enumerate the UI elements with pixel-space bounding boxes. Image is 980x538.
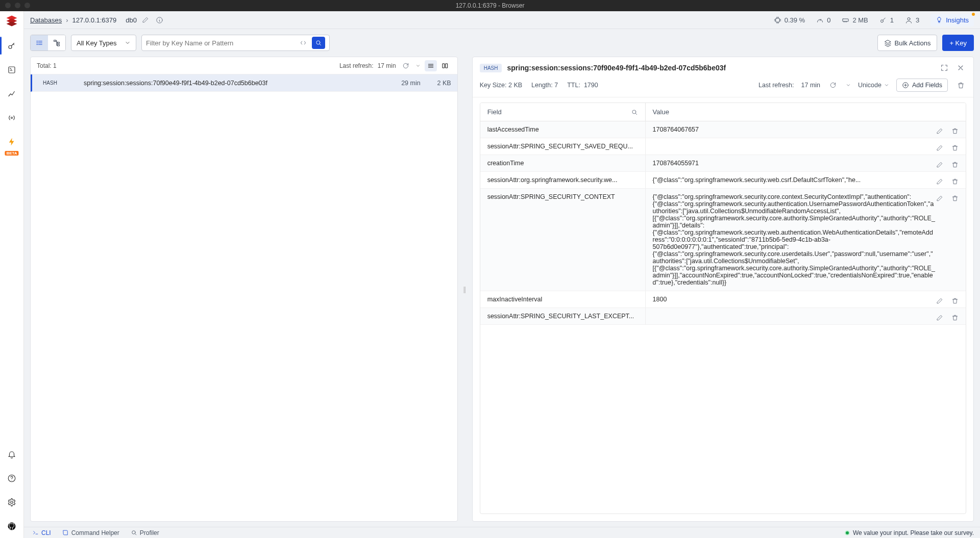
list-view-button[interactable]: [31, 35, 48, 50]
last-refresh-label: Last refresh:: [339, 62, 374, 69]
key-icon: [7, 41, 16, 50]
value-header: Value: [645, 103, 966, 121]
svg-rect-16: [446, 63, 448, 67]
svg-rect-12: [57, 42, 59, 44]
edit-row-button[interactable]: [934, 295, 945, 306]
svg-point-14: [316, 41, 320, 44]
edit-row-button[interactable]: [934, 159, 945, 170]
key-size: 2 KB: [508, 82, 522, 89]
refresh-button[interactable]: [400, 60, 411, 71]
svg-rect-15: [443, 63, 445, 67]
breadcrumb-databases[interactable]: Databases: [30, 16, 62, 24]
tree-view-button[interactable]: [48, 35, 65, 50]
key-type-select[interactable]: All Key Types: [71, 35, 136, 51]
toolbar: All Key Types Bulk Actions + Key: [24, 29, 980, 57]
traffic-close-icon[interactable]: [5, 3, 11, 8]
github-icon: [7, 522, 16, 531]
close-button[interactable]: [955, 62, 966, 73]
delete-row-button[interactable]: [949, 176, 961, 187]
nav-workbench[interactable]: [0, 58, 24, 82]
nav-browser[interactable]: [0, 34, 24, 58]
field-search-button[interactable]: [629, 107, 640, 118]
field-header: Field: [480, 103, 645, 121]
table-row[interactable]: sessionAttr:org.springframework.security…: [480, 172, 966, 189]
nav-triggers[interactable]: BETA: [0, 130, 24, 153]
nav-settings[interactable]: [0, 490, 24, 514]
columns-layout-button[interactable]: [439, 60, 451, 71]
key-name: spring:session:sessions:70f90e49-f9f1-4b…: [507, 64, 726, 72]
search-icon: [315, 39, 322, 46]
footer-profiler-tab[interactable]: Profiler: [129, 529, 161, 536]
table-row[interactable]: maxInactiveInterval1800: [480, 291, 966, 308]
bulk-actions-button[interactable]: Bulk Actions: [877, 35, 938, 51]
footer-helper-tab[interactable]: Command Helper: [60, 529, 121, 536]
gear-icon: [7, 498, 16, 507]
sidebar: BETA: [0, 11, 24, 538]
add-key-button[interactable]: + Key: [942, 35, 974, 51]
nav-notifications[interactable]: [0, 442, 24, 466]
delete-row-button[interactable]: [949, 193, 961, 204]
beta-badge: BETA: [5, 151, 18, 156]
add-fields-button[interactable]: Add Fields: [896, 79, 948, 92]
edit-row-button[interactable]: [934, 125, 945, 137]
traffic-min-icon[interactable]: [15, 3, 20, 8]
filter-input[interactable]: [146, 39, 295, 47]
edit-row-button[interactable]: [934, 193, 945, 204]
key-row[interactable]: HASHspring:session:sessions:70f90e49-f9f…: [31, 74, 457, 92]
stat-memory: 2 MB: [842, 16, 868, 24]
chevron-down-icon[interactable]: [846, 83, 851, 88]
db-name: db0: [126, 14, 165, 25]
chevron-down-icon: [125, 40, 131, 46]
stat-keys: 1: [879, 16, 894, 24]
total-label: Total:: [37, 62, 52, 69]
table-row[interactable]: sessionAttr:SPRING_SECURITY_CONTEXT{"@cl…: [480, 189, 966, 291]
key-name-label: spring:session:sessions:70f90e49-f9f1-4b…: [84, 80, 385, 87]
profiler-icon: [131, 529, 137, 536]
table-row[interactable]: sessionAttr:SPRING_SECURITY_SAVED_REQU..…: [480, 138, 966, 155]
value-last-refresh: 17 min: [801, 82, 821, 89]
svg-rect-8: [843, 19, 848, 21]
search-button[interactable]: [312, 37, 325, 49]
svg-point-4: [11, 501, 13, 503]
table-row[interactable]: creationTime1708764055971: [480, 155, 966, 172]
footer-cli-tab[interactable]: CLI: [30, 529, 53, 536]
list-layout-button[interactable]: [425, 60, 437, 71]
table-row[interactable]: sessionAttr:SPRING_SECURITY_LAST_EXCEPT.…: [480, 308, 966, 325]
info-icon[interactable]: [154, 14, 165, 25]
field-cell: sessionAttr:org.springframework.security…: [480, 172, 645, 189]
delete-row-button[interactable]: [949, 125, 961, 137]
chevron-down-icon[interactable]: [415, 63, 421, 68]
fullscreen-button[interactable]: [939, 62, 950, 73]
key-length: 7: [554, 82, 558, 89]
nav-help[interactable]: [0, 466, 24, 490]
traffic-max-icon[interactable]: [24, 3, 30, 8]
edit-row-button[interactable]: [934, 312, 945, 323]
delete-row-button[interactable]: [949, 312, 961, 323]
edit-row-button[interactable]: [934, 142, 945, 153]
insights-button[interactable]: Insights: [930, 14, 974, 27]
refresh-icon: [829, 82, 837, 89]
survey-text[interactable]: We value your input. Please take our sur…: [853, 529, 974, 536]
edit-row-button[interactable]: [934, 176, 945, 187]
panel-resizer[interactable]: ‖: [464, 57, 466, 522]
nav-analysis[interactable]: [0, 82, 24, 106]
edit-icon[interactable]: [140, 14, 151, 25]
delete-key-button[interactable]: [955, 80, 966, 91]
value-refresh-button[interactable]: [827, 80, 839, 91]
value-cell: [645, 138, 966, 155]
encoding-select[interactable]: Unicode: [858, 82, 889, 89]
value-cell: {"@class":"org.springframework.security.…: [645, 189, 966, 291]
svg-point-18: [632, 110, 636, 113]
bulb-icon: [936, 16, 943, 23]
layers-icon: [884, 39, 892, 47]
delete-row-button[interactable]: [949, 295, 961, 306]
table-row[interactable]: lastAccessedTime1708764067657: [480, 121, 966, 138]
delete-row-button[interactable]: [949, 159, 961, 170]
last-refresh: 17 min: [378, 62, 396, 69]
nav-pubsub[interactable]: [0, 106, 24, 130]
gauge-icon: [816, 16, 824, 24]
field-cell: lastAccessedTime: [480, 121, 645, 138]
scan-icon[interactable]: [298, 37, 309, 48]
delete-row-button[interactable]: [949, 142, 961, 153]
nav-github[interactable]: [0, 514, 24, 538]
